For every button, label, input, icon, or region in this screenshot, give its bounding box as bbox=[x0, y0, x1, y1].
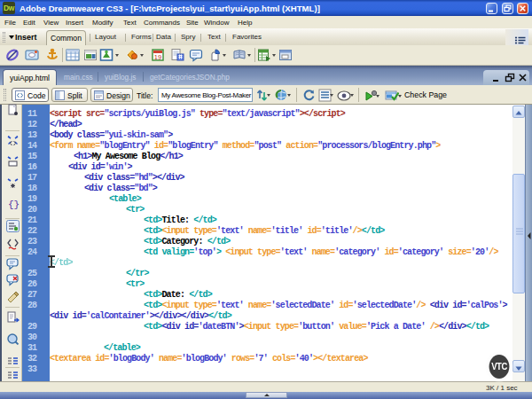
svg-text:19: 19 bbox=[154, 53, 161, 61]
svg-text:{}: {} bbox=[8, 200, 20, 210]
